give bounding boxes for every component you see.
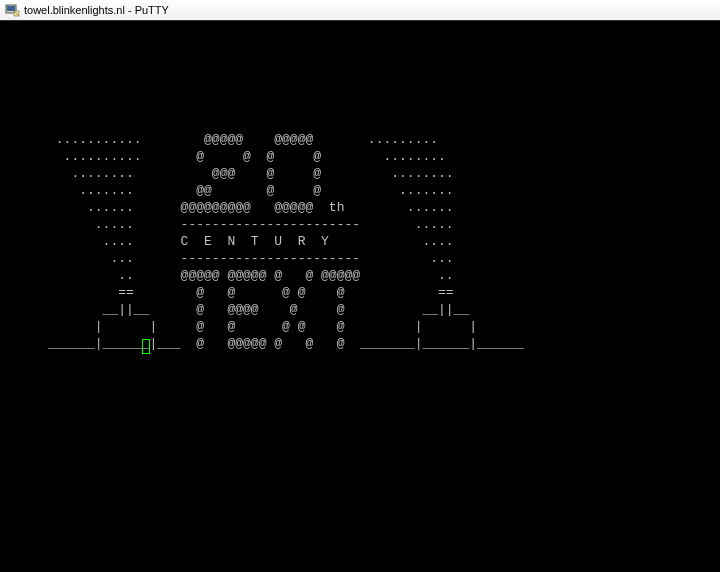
terminal-cursor [142, 339, 150, 354]
window-titlebar[interactable]: towel.blinkenlights.nl - PuTTY [0, 0, 720, 21]
terminal-output[interactable]: ........... @@@@@ @@@@@ ......... ......… [0, 21, 720, 572]
putty-icon [4, 2, 20, 18]
window-title: towel.blinkenlights.nl - PuTTY [24, 4, 169, 16]
svg-rect-1 [7, 6, 15, 11]
ascii-art: ........... @@@@@ @@@@@ ......... ......… [48, 131, 524, 352]
